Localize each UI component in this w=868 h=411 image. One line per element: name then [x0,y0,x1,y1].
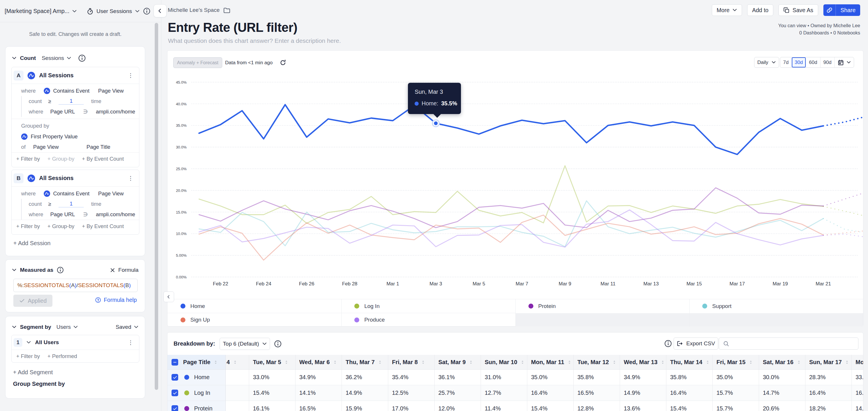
series-line-produce[interactable] [199,210,824,247]
date-column-header[interactable]: Sun, Mar 10 [480,355,527,370]
sort-icon[interactable] [660,360,665,365]
select-all-checkbox[interactable] [172,359,178,366]
series-line-support[interactable] [199,201,824,247]
sort-icon[interactable] [232,360,238,365]
by-event-count-link[interactable]: + By Event Count [82,156,124,162]
more-button[interactable]: More [712,4,742,16]
segment-filter-by-link[interactable]: + Filter by [16,353,40,359]
session-name[interactable]: All Sessions [39,175,123,181]
where-event-row[interactable]: where Contains Event Page View [11,189,139,199]
session-kebab-menu[interactable]: ⋮ [127,177,134,179]
segment-name[interactable]: All Users [35,339,123,346]
date-column-header[interactable]: Sat, Mar 9 [434,355,480,370]
add-segment-link[interactable]: + Add Segment [13,369,53,376]
date-column-header[interactable]: Fri, Mar 8 [388,355,434,370]
count-value-input[interactable]: 1 [59,98,84,105]
session-kebab-menu[interactable]: ⋮ [127,74,134,76]
date-column-header[interactable]: Tue, Mar 5 [249,355,295,370]
date-column-header[interactable]: Sun, Mar 17 [805,355,851,370]
chart-type-selector[interactable]: User Sessions [87,0,140,22]
by-event-count-link[interactable]: + By Event Count [82,223,124,230]
row-label-cell[interactable]: Home [179,370,225,385]
date-column-header[interactable]: Fri, Mar 15 [712,355,759,370]
sort-icon[interactable] [844,360,849,365]
where-event-row[interactable]: where Contains Event Page View [11,86,139,96]
clipped-column-header[interactable]: 4 [225,355,249,370]
scroll-chart-left-button[interactable] [163,292,174,302]
marker-dot[interactable] [434,121,438,125]
group-by-link[interactable]: + Group-by [48,223,74,230]
filter-by-link[interactable]: + Filter by [16,156,40,162]
group-of-row[interactable]: of Page View Page Title [11,142,139,152]
collapse-sidebar-button[interactable] [154,4,166,18]
count-value-input[interactable]: 1 [59,201,84,208]
add-session-link[interactable]: + Add Session [13,240,51,247]
collapse-segment-icon[interactable] [12,325,17,330]
count-unit-selector[interactable]: Sessions [42,55,71,61]
legend-item-protein[interactable]: Protein [516,299,689,313]
line-chart[interactable] [167,50,863,299]
segment-unit-selector[interactable]: Users [57,324,78,330]
table-search[interactable] [719,338,859,350]
sort-icon[interactable] [797,360,801,365]
breadcrumb[interactable]: Michelle Lee's Space [168,4,230,16]
formula-input[interactable]: %:SESSIONTOTALS(A)/SESSIONTOTALS(B) [13,279,137,292]
date-column-header[interactable]: Wed, Mar 6 [295,355,342,370]
row-checkbox[interactable] [172,389,178,396]
sort-icon[interactable] [612,360,617,365]
session-card-header[interactable]: B All Sessions ⋮ [11,170,139,187]
formula-toggle[interactable]: Formula [110,267,138,273]
sort-icon[interactable] [748,360,753,365]
page-description-placeholder[interactable]: What question does this chart answer? En… [168,37,341,44]
date-column-header[interactable]: Thu, Mar 14 [666,355,712,370]
row-label-cell[interactable]: Log In [179,385,225,401]
collapse-measured-icon[interactable] [12,268,17,272]
export-csv-button[interactable]: Export CSV [674,338,718,350]
sort-icon[interactable] [213,360,218,365]
formula-help-link[interactable]: Formula help [95,297,137,303]
add-to-button[interactable]: Add to [747,4,773,16]
info-icon[interactable] [78,55,86,62]
sort-icon[interactable] [377,360,382,365]
copy-link-button[interactable] [824,4,836,16]
filter-by-link[interactable]: + Filter by [16,223,40,230]
row-checkbox[interactable] [172,374,178,381]
sort-icon[interactable] [333,360,338,365]
collapse-count-icon[interactable] [12,56,17,61]
info-icon[interactable] [274,340,282,348]
sort-icon[interactable] [567,360,572,365]
space-selector[interactable]: [Marketing Space] Amp... [5,0,77,22]
sort-icon[interactable] [284,360,289,365]
group-property-row[interactable]: First Property Value [11,131,139,142]
info-icon[interactable] [143,7,150,15]
row-label-cell[interactable]: Protein [179,401,225,411]
date-column-header[interactable]: Mon, Mar 18 [851,355,863,370]
sort-icon[interactable] [705,360,710,365]
legend-item-produce[interactable]: Produce [341,313,515,327]
url-condition-row[interactable]: where Page URL ∋ ampli.com/home [22,209,139,220]
series-line-protein[interactable] [199,188,824,228]
sort-icon[interactable] [421,360,426,365]
legend-item-home[interactable]: Home [167,299,341,313]
url-condition-row[interactable]: where Page URL ∋ ampli.com/home [22,106,139,117]
series-line-sign-up[interactable] [199,215,824,260]
saved-selector[interactable]: Saved [116,324,138,330]
count-condition-row[interactable]: count ≥ 1 time [22,199,139,209]
segment-performed-link[interactable]: + Performed [48,353,77,359]
page-title-header[interactable]: Page Title [179,355,225,370]
date-column-header[interactable]: Wed, Mar 13 [620,355,666,370]
legend-item-support[interactable]: Support [689,299,863,313]
top-n-dropdown[interactable]: Top 6 (Default) [220,338,270,350]
table-search-input[interactable] [733,340,855,347]
session-name[interactable]: All Sessions [39,72,123,79]
row-checkbox[interactable] [172,405,178,411]
save-as-button[interactable]: Save As [778,4,818,16]
info-icon[interactable] [664,340,672,347]
legend-item-log-in[interactable]: Log In [341,299,515,313]
count-condition-row[interactable]: count ≥ 1 time [22,96,139,106]
date-column-header[interactable]: Thu, Mar 7 [342,355,388,370]
applied-button[interactable]: Applied [13,295,53,307]
date-column-header[interactable]: Sat, Mar 16 [759,355,805,370]
group-segment-by-label[interactable]: Group Segment by [13,381,65,387]
session-card-header[interactable]: A All Sessions ⋮ [11,67,139,84]
